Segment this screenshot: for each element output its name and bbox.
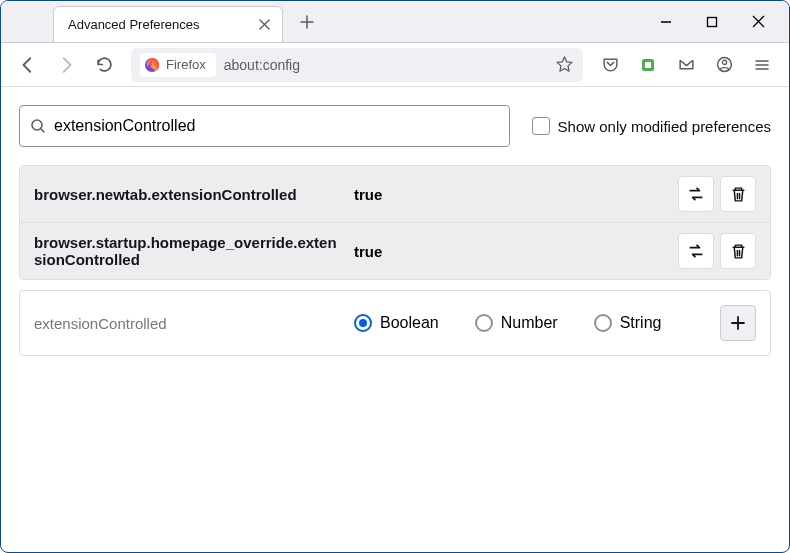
- radio-label: String: [620, 314, 662, 332]
- type-radio-group: Boolean Number String: [354, 314, 720, 332]
- back-button[interactable]: [11, 48, 45, 82]
- radio-number[interactable]: Number: [475, 314, 558, 332]
- search-input[interactable]: [54, 117, 499, 135]
- tab-title: Advanced Preferences: [68, 17, 200, 32]
- account-icon[interactable]: [707, 48, 741, 82]
- maximize-button[interactable]: [703, 13, 721, 31]
- close-button[interactable]: [749, 13, 767, 31]
- firefox-icon: [144, 57, 160, 73]
- pref-value: true: [354, 186, 672, 203]
- browser-tab[interactable]: Advanced Preferences: [53, 6, 283, 42]
- new-pref-name: extensionControlled: [34, 315, 354, 332]
- add-pref-button[interactable]: [720, 305, 756, 341]
- radio-icon: [475, 314, 493, 332]
- forward-button[interactable]: [49, 48, 83, 82]
- svg-rect-3: [645, 62, 651, 68]
- nav-toolbar: Firefox about:config: [1, 43, 789, 87]
- pref-name: browser.startup.homepage_override.extens…: [34, 234, 354, 268]
- window-titlebar: Advanced Preferences: [1, 1, 789, 43]
- pref-row[interactable]: browser.newtab.extensionControlled true: [20, 166, 770, 222]
- identity-box[interactable]: Firefox: [140, 53, 216, 77]
- svg-point-5: [722, 60, 726, 64]
- menu-button[interactable]: [745, 48, 779, 82]
- preferences-table: browser.newtab.extensionControlled true …: [19, 165, 771, 280]
- extension-icon[interactable]: [631, 48, 665, 82]
- url-text: about:config: [224, 57, 300, 73]
- close-tab-icon[interactable]: [256, 16, 272, 32]
- pref-value: true: [354, 243, 672, 260]
- minimize-button[interactable]: [657, 13, 675, 31]
- radio-icon: [354, 314, 372, 332]
- checkbox-icon: [532, 117, 550, 135]
- pref-row[interactable]: browser.startup.homepage_override.extens…: [20, 222, 770, 279]
- search-row: Show only modified preferences: [19, 105, 771, 147]
- window-controls: [657, 13, 789, 31]
- toggle-button[interactable]: [678, 176, 714, 212]
- radio-boolean[interactable]: Boolean: [354, 314, 439, 332]
- reload-button[interactable]: [87, 48, 121, 82]
- delete-button[interactable]: [720, 233, 756, 269]
- delete-button[interactable]: [720, 176, 756, 212]
- identity-label: Firefox: [166, 57, 206, 72]
- new-tab-button[interactable]: [293, 8, 321, 36]
- radio-label: Boolean: [380, 314, 439, 332]
- radio-string[interactable]: String: [594, 314, 662, 332]
- modified-only-label: Show only modified preferences: [558, 118, 771, 135]
- pocket-icon[interactable]: [593, 48, 627, 82]
- preference-search-box[interactable]: [19, 105, 510, 147]
- address-bar[interactable]: Firefox about:config: [131, 48, 583, 82]
- modified-only-checkbox[interactable]: Show only modified preferences: [532, 117, 771, 135]
- page-content: Show only modified preferences browser.n…: [1, 87, 789, 374]
- search-icon: [30, 118, 46, 134]
- new-pref-row: extensionControlled Boolean Number Strin…: [19, 290, 771, 356]
- pref-name: browser.newtab.extensionControlled: [34, 186, 354, 203]
- toggle-button[interactable]: [678, 233, 714, 269]
- radio-label: Number: [501, 314, 558, 332]
- inbox-icon[interactable]: [669, 48, 703, 82]
- radio-icon: [594, 314, 612, 332]
- bookmark-star-icon[interactable]: [554, 55, 574, 75]
- svg-rect-0: [708, 17, 717, 26]
